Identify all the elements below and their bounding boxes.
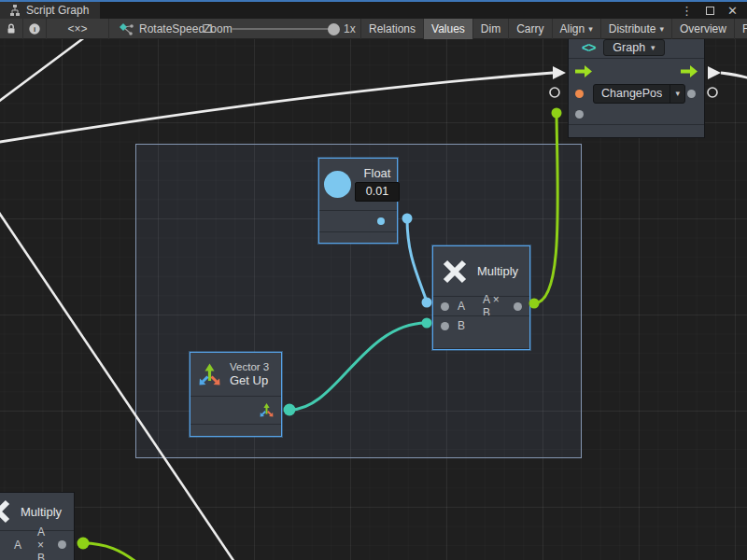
node-footer [569, 124, 704, 137]
graph-node-header: <> Graph ▾ [569, 38, 704, 58]
zoom-slider[interactable] [232, 28, 336, 30]
float-value-input[interactable]: 0.01 [355, 182, 400, 202]
port-input-a[interactable] [441, 302, 449, 311]
chevron-down-icon: ▾ [651, 43, 655, 52]
port-label-a: A [14, 539, 21, 552]
node-multiply-clipped[interactable]: Multiply A A × B [0, 492, 75, 560]
tab-script-graph[interactable]: Script Graph [0, 2, 100, 19]
zoom-value: 1x [344, 22, 356, 35]
port-float-output[interactable] [377, 217, 385, 225]
vector3-icon [197, 362, 222, 387]
lock-button[interactable] [0, 19, 23, 39]
multiply2-row-a: A A × B [0, 530, 74, 558]
port-label-b: B [458, 319, 465, 332]
button-label: Distribute [609, 22, 656, 35]
node-title: Get Up [230, 373, 269, 387]
graph-toolbar: i <×> RotateSpeed 1 Zoom 1x Relations Va… [0, 19, 747, 39]
node-title: Multiply [21, 505, 62, 519]
maximize-icon[interactable] [706, 7, 714, 15]
button-label: Relations [369, 22, 416, 35]
node-footer [190, 424, 281, 436]
svg-text:i: i [34, 25, 35, 34]
node-footer [433, 348, 529, 349]
node-footer [319, 231, 397, 243]
carry-button[interactable]: Carry [508, 19, 551, 39]
button-label: Carry [516, 22, 543, 35]
port-extra-input[interactable] [575, 110, 584, 119]
chevron-down-icon: ▾ [669, 85, 684, 103]
graph-asset-icon [120, 23, 134, 35]
window-focus-accent [0, 0, 747, 2]
node-title: Float [364, 166, 391, 180]
info-button[interactable]: i [23, 19, 47, 39]
graph-dropdown-button[interactable]: Graph ▾ [603, 39, 664, 56]
changepos-dropdown[interactable]: ChangePos ▾ [593, 84, 685, 104]
button-label: Dim [481, 22, 500, 35]
node-vector-header: Vector 3 Get Up [190, 353, 281, 396]
node-multiply-header: Multiply [433, 246, 529, 296]
tab-title: Script Graph [26, 4, 89, 17]
node-graph-unit[interactable]: <> Graph ▾ ChangePos ▾ [568, 37, 705, 138]
flow-input-arrow-icon[interactable] [575, 65, 592, 77]
multiply-row-a: A A × B [433, 296, 529, 315]
port-label-a: A [458, 300, 465, 313]
flow-output-arrow-icon[interactable] [681, 65, 698, 77]
float-output-row [319, 210, 397, 231]
graph-breadcrumb[interactable]: RotateSpeed 1 [120, 19, 214, 39]
values-button[interactable]: Values [423, 19, 472, 39]
multiply-icon [0, 498, 11, 525]
distribute-button[interactable]: Distribute ▾ [600, 19, 671, 39]
node-title: Multiply [477, 264, 518, 278]
extra-port-row [569, 104, 704, 124]
align-button[interactable]: Align ▾ [552, 19, 600, 39]
port-changepos-output[interactable] [687, 90, 696, 98]
node-subtitle: Vector 3 [230, 361, 269, 372]
info-icon: i [28, 22, 41, 35]
port-label-result: A × B [37, 525, 49, 560]
multiply-row-b: B [433, 315, 529, 335]
port-input-b[interactable] [441, 322, 449, 330]
tab-bar: Script Graph ⋮ ✕ [0, 2, 747, 19]
close-icon[interactable]: ✕ [727, 4, 738, 18]
node-multiply[interactable]: Multiply A A × B B [432, 245, 530, 350]
full-screen-button[interactable]: Full Screen [734, 19, 747, 39]
button-label: Align [560, 22, 585, 35]
changepos-row: ChangePos ▾ [569, 84, 704, 105]
button-label: Overview [680, 22, 726, 35]
zoom-label: Zoom [204, 22, 233, 35]
code-view-icon: <×> [67, 22, 87, 35]
relations-button[interactable]: Relations [360, 19, 423, 39]
node-float-header: Float 0.01 [319, 159, 397, 210]
code-view-button[interactable]: <×> [47, 19, 109, 39]
button-label: Full Screen [742, 22, 747, 35]
script-graph-icon [9, 5, 21, 16]
code-icon: <> [582, 40, 595, 55]
node-vector3-get-up[interactable]: Vector 3 Get Up [190, 352, 282, 437]
port-output-result[interactable] [58, 540, 66, 549]
dim-button[interactable]: Dim [472, 19, 508, 39]
zoom-slider-handle[interactable] [328, 23, 340, 35]
lock-icon [5, 22, 18, 35]
window-menu-icon[interactable]: ⋮ [681, 4, 693, 18]
port-changepos-input[interactable] [575, 90, 584, 98]
changepos-dropdown-label: ChangePos [594, 85, 669, 103]
overview-button[interactable]: Overview [671, 19, 734, 39]
float-icon [324, 171, 351, 198]
multiply-icon [442, 259, 468, 285]
chevron-down-icon: ▾ [659, 24, 664, 34]
graph-dropdown-label: Graph [613, 41, 645, 54]
vector3-output-icon[interactable] [259, 402, 275, 418]
chevron-down-icon: ▾ [588, 24, 593, 34]
flow-row [569, 58, 704, 84]
node-float[interactable]: Float 0.01 [318, 158, 398, 244]
port-output-result[interactable] [514, 302, 522, 311]
button-label: Values [431, 22, 465, 35]
vector-output-row [190, 396, 281, 424]
